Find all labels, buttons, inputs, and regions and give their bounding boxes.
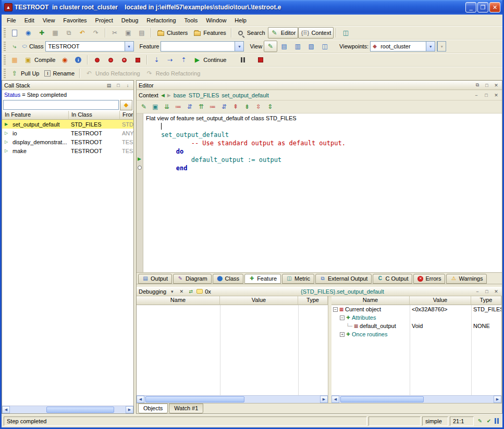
- column-value[interactable]: Value: [410, 296, 471, 305]
- close-button[interactable]: ✕: [489, 2, 500, 12]
- menu-refactoring[interactable]: Refactoring: [142, 16, 180, 25]
- close-pane-icon[interactable]: ✕: [493, 288, 500, 295]
- enable-breakpoints-button[interactable]: [90, 54, 104, 66]
- editor-titlebar[interactable]: Editor ⧉ □ ✕: [137, 81, 502, 90]
- breadcrumb-library[interactable]: base: [174, 92, 186, 98]
- tab-output[interactable]: ▤Output: [138, 274, 172, 284]
- send-to-new-tab-button[interactable]: ⤷: [8, 41, 21, 52]
- scroll-right-icon[interactable]: ▶: [320, 396, 328, 403]
- remove-breakpoints-button[interactable]: ✕: [117, 54, 131, 66]
- assignees-icon[interactable]: ≔: [207, 103, 218, 111]
- menu-help[interactable]: Help: [230, 16, 251, 25]
- add-button[interactable]: ✚: [35, 27, 48, 39]
- object-tree-row[interactable]: − ▦ Current object <0x32A8760> STD_FILES: [331, 305, 501, 313]
- menu-window[interactable]: Window: [202, 16, 230, 25]
- menu-file[interactable]: File: [3, 16, 20, 25]
- toolbar-grip[interactable]: [4, 69, 6, 78]
- maximize-pane-icon[interactable]: □: [483, 82, 490, 89]
- scroll-left-icon[interactable]: ◀: [137, 396, 144, 403]
- column-value[interactable]: Value: [220, 296, 298, 305]
- creations-icon[interactable]: ⇵: [219, 103, 229, 111]
- object-tree-row[interactable]: └─ ▦ default_output Void NONE: [331, 322, 501, 330]
- code-pane[interactable]: Flat view of feature set_output_default …: [143, 113, 502, 272]
- history-forward-icon[interactable]: ▶: [167, 93, 171, 98]
- breadcrumb-class[interactable]: STD_FILES: [189, 92, 219, 98]
- minimize-pane-icon[interactable]: −: [474, 288, 481, 295]
- scroll-right-icon[interactable]: ▶: [126, 406, 133, 413]
- column-name[interactable]: Name: [137, 296, 220, 305]
- scroll-thumb[interactable]: [46, 407, 114, 413]
- descendants-icon[interactable]: ⇟: [242, 103, 252, 111]
- column-from[interactable]: From: [120, 111, 133, 120]
- disable-breakpoints-button[interactable]: –: [104, 54, 117, 66]
- close-pane-icon[interactable]: ✕: [493, 82, 500, 89]
- debugging-titlebar[interactable]: Debugging ▾ ✕ ⇄ 0x {STD_FILES}.set_outpu…: [137, 287, 502, 296]
- flat-edit-icon[interactable]: ▣: [150, 103, 161, 111]
- toolbar-grip[interactable]: [4, 42, 6, 51]
- cut-button[interactable]: ✂: [108, 27, 121, 39]
- breakpoints-tool-button[interactable]: [131, 54, 144, 66]
- contract-view-button[interactable]: ▧: [304, 41, 318, 52]
- column-in-feature[interactable]: In Feature: [2, 111, 69, 120]
- chevron-down-icon[interactable]: ▼: [426, 42, 435, 51]
- chevron-down-icon[interactable]: ▼: [125, 42, 133, 51]
- melt-button[interactable]: ◉: [58, 54, 71, 66]
- expand-icon[interactable]: +: [340, 332, 345, 337]
- call-stack-row[interactable]: ▷ io TESTROOT ANY: [2, 129, 133, 137]
- collapse-icon[interactable]: −: [340, 316, 345, 320]
- save-button[interactable]: ▦: [48, 27, 62, 39]
- features-button[interactable]: Features: [190, 27, 228, 39]
- redo-refactoring-button[interactable]: ↷ Redo Refactoring: [143, 68, 203, 79]
- menu-project[interactable]: Project: [91, 16, 117, 25]
- comment-bubble-icon[interactable]: [196, 289, 203, 294]
- clients-icon[interactable]: ⇳: [253, 103, 264, 111]
- undo-button[interactable]: ↶: [76, 27, 89, 39]
- step-out-button[interactable]: ⇡: [177, 54, 190, 66]
- scroll-left-icon[interactable]: ◀: [2, 406, 10, 413]
- tab-warnings[interactable]: ⚠Warnings: [446, 274, 487, 284]
- step-over-button[interactable]: ⇢: [163, 54, 177, 66]
- continue-button[interactable]: ▶ Continue: [190, 54, 229, 66]
- assigners-icon[interactable]: ≔: [173, 103, 183, 111]
- scroll-thumb[interactable]: [340, 396, 424, 402]
- tab-diagram[interactable]: ✎Diagram: [173, 274, 212, 284]
- save-stack-icon[interactable]: ▤: [105, 82, 113, 89]
- chevron-down-icon[interactable]: ▾: [168, 288, 176, 295]
- breakpoint-gutter[interactable]: ▶: [137, 113, 143, 272]
- column-name[interactable]: Name: [331, 296, 410, 305]
- collapse-icon[interactable]: −: [333, 307, 338, 312]
- callees-icon[interactable]: ⇈: [196, 103, 206, 111]
- flat-view-button[interactable]: ▥: [291, 41, 304, 52]
- breakpoint-slot-icon[interactable]: [138, 166, 142, 170]
- diagram-tool-button[interactable]: ◫: [339, 27, 352, 39]
- close-pane-icon[interactable]: ✕: [493, 92, 500, 98]
- scroll-thumb[interactable]: [145, 396, 244, 402]
- tab-class[interactable]: ⬤Class: [213, 274, 244, 284]
- save-all-button[interactable]: ⧉: [62, 27, 76, 39]
- watch-table-body[interactable]: [137, 305, 328, 395]
- rename-button[interactable]: I Rename: [42, 68, 77, 79]
- column-type[interactable]: Type: [471, 296, 501, 305]
- tab-c-output[interactable]: CC Output: [373, 274, 412, 284]
- clear-icon[interactable]: ✕: [178, 288, 185, 295]
- text-view-button[interactable]: ▤: [277, 41, 291, 52]
- toolbar-grip[interactable]: [4, 28, 6, 37]
- menu-edit[interactable]: Edit: [20, 16, 39, 25]
- object-tree-row[interactable]: − ✚ Attributes: [331, 313, 501, 322]
- menu-debug[interactable]: Debug: [117, 16, 142, 25]
- undo-refactoring-button[interactable]: ↶ Undo Refactoring: [82, 68, 143, 79]
- refresh-icon[interactable]: ⇄: [187, 288, 194, 295]
- scroll-left-icon[interactable]: ◀: [331, 396, 339, 403]
- copy-button[interactable]: ▣: [121, 27, 135, 39]
- restore-button[interactable]: ❐: [477, 2, 488, 12]
- step-into-button[interactable]: ⇣: [150, 54, 163, 66]
- editor-area[interactable]: ▶ Flat view of feature set_output_defaul…: [137, 113, 502, 272]
- redo-button[interactable]: ↷: [89, 27, 103, 39]
- viewpoints-combo[interactable]: ◆ root_cluster ▼: [370, 41, 435, 52]
- callers-icon[interactable]: ⇊: [162, 103, 172, 111]
- object-tree-row[interactable]: + ✚ Once routines: [331, 330, 501, 338]
- compile-button[interactable]: ▣ Compile: [21, 54, 58, 66]
- hex-toggle[interactable]: 0x: [205, 288, 211, 295]
- watch-hscrollbar[interactable]: ◀ ▶: [137, 395, 328, 403]
- chevron-down-icon[interactable]: ▼: [235, 42, 243, 51]
